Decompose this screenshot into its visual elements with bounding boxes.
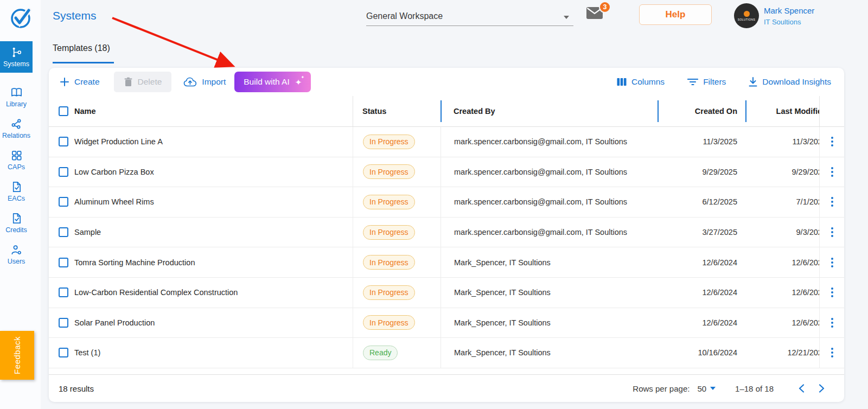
filters-button[interactable]: Filters	[687, 77, 726, 87]
row-checkbox[interactable]	[59, 287, 68, 297]
help-button[interactable]: Help	[639, 4, 712, 25]
column-divider	[353, 96, 353, 126]
page-title: Systems	[53, 9, 97, 22]
column-resize-divider[interactable]	[745, 100, 746, 122]
create-button[interactable]: Create	[60, 77, 100, 87]
row-created-by: mark.spencer.carbonsig@gmail.com, IT Sou…	[454, 168, 627, 176]
table-row[interactable]: Test (1) Ready Mark_Spencer, IT Soultion…	[49, 338, 844, 368]
column-header-name[interactable]: Name	[74, 107, 96, 116]
row-created-on: 6/12/2025	[702, 197, 737, 206]
sidebar-item-label: Library	[6, 100, 27, 108]
table-body: Widget Production Line A In Progress mar…	[49, 127, 844, 374]
row-checkbox[interactable]	[59, 167, 68, 177]
user-profile[interactable]: SOLUTIONS Mark Spencer IT Soultions	[734, 3, 814, 28]
next-page-button[interactable]	[815, 384, 828, 393]
table-row[interactable]: Aluminum Wheel Rims In Progress mark.spe…	[49, 187, 844, 218]
column-header-created-by[interactable]: Created By	[454, 107, 495, 116]
kebab-menu-icon	[831, 258, 833, 267]
status-badge: In Progress	[363, 285, 415, 300]
row-checkbox[interactable]	[59, 318, 68, 328]
user-org: IT Soultions	[764, 18, 814, 26]
column-header-created-on[interactable]: Created On	[695, 107, 737, 116]
build-with-ai-button[interactable]: Build with AI ✦✦	[234, 72, 311, 92]
table-row[interactable]: Widget Production Line A In Progress mar…	[49, 127, 844, 157]
filter-icon	[687, 78, 698, 86]
column-header-last-modified[interactable]: Last Modified	[745, 107, 819, 116]
row-actions-menu-button[interactable]	[819, 308, 844, 338]
grid-icon	[10, 149, 23, 162]
cloud-upload-icon	[183, 77, 197, 87]
molecule-icon	[10, 118, 23, 130]
templates-card: Create Delete Import Build with AI	[49, 68, 844, 402]
plus-icon	[60, 77, 69, 87]
sidebar-item-library[interactable]: Library	[0, 81, 33, 113]
row-checkbox[interactable]	[59, 137, 68, 146]
rows-per-page-select[interactable]: 50	[697, 384, 716, 393]
chevron-right-icon	[819, 384, 825, 393]
row-checkbox[interactable]	[59, 227, 68, 237]
row-actions-menu-button[interactable]	[819, 218, 844, 247]
table-row[interactable]: Low-Carbon Residential Complex Construct…	[49, 278, 844, 308]
help-label: Help	[666, 9, 686, 20]
row-actions-menu-button[interactable]	[819, 187, 844, 217]
kebab-menu-icon	[831, 227, 833, 237]
row-last-modified: 11/3/2025	[745, 137, 819, 146]
row-checkbox[interactable]	[59, 197, 68, 207]
row-actions-menu-button[interactable]	[819, 157, 844, 187]
row-name: Solar Panel Production	[74, 318, 155, 327]
book-icon	[10, 86, 23, 99]
feedback-tab[interactable]: Feedback	[0, 331, 34, 380]
columns-label: Columns	[631, 77, 665, 87]
row-actions-menu-button[interactable]	[819, 278, 844, 308]
table-toolbar: Create Delete Import Build with AI	[49, 68, 844, 96]
trash-icon	[124, 77, 133, 87]
sidebar-item-systems[interactable]: Systems	[0, 41, 33, 73]
kebab-menu-icon	[831, 167, 833, 177]
sidebar-item-relations[interactable]: Relations	[0, 113, 33, 144]
kebab-menu-icon	[831, 318, 833, 328]
kebab-menu-icon	[831, 197, 833, 207]
row-checkbox[interactable]	[59, 348, 68, 357]
previous-page-button[interactable]	[795, 384, 808, 393]
row-last-modified: 12/6/2024	[745, 318, 819, 327]
sparkles-icon: ✦✦	[295, 78, 302, 86]
rows-per-page-value: 50	[697, 384, 706, 393]
tab-templates[interactable]: Templates (18)	[53, 43, 110, 53]
row-created-on: 11/3/2025	[703, 137, 737, 146]
column-header-status[interactable]: Status	[362, 107, 386, 116]
row-actions-menu-button[interactable]	[819, 127, 844, 157]
sidebar-item-users[interactable]: Users	[0, 239, 33, 270]
columns-button[interactable]: Columns	[617, 77, 665, 87]
chevron-down-icon	[564, 11, 569, 21]
download-insights-button[interactable]: Download Insights	[749, 77, 831, 87]
app-logo-check-circle-icon	[7, 3, 35, 31]
select-all-checkbox[interactable]	[59, 106, 68, 116]
workspace-select[interactable]: General Workspace	[366, 7, 573, 26]
table-footer: 18 results Rows per page: 50 1–18 of 18	[49, 374, 844, 402]
row-created-on: 9/29/2025	[702, 168, 737, 176]
table-row[interactable]: Solar Panel Production In Progress Mark_…	[49, 308, 844, 338]
status-badge: Ready	[363, 346, 398, 360]
main-area: Systems General Workspace 3 Help SOLUTIO…	[41, 0, 868, 409]
row-actions-menu-button[interactable]	[819, 247, 844, 277]
mail-button[interactable]: 3	[586, 7, 605, 25]
row-checkbox[interactable]	[59, 258, 68, 267]
kebab-menu-icon	[831, 287, 833, 297]
delete-button[interactable]: Delete	[114, 72, 172, 92]
sidebar-item-caps[interactable]: CAPs	[0, 144, 33, 176]
column-resize-divider[interactable]	[441, 100, 442, 122]
row-actions-menu-button[interactable]	[819, 338, 844, 368]
row-name: Aluminum Wheel Rims	[74, 197, 154, 206]
column-resize-divider[interactable]	[658, 100, 659, 122]
sidebar-item-credits[interactable]: Credits	[0, 207, 33, 239]
import-button[interactable]: Import	[183, 77, 226, 87]
table-row[interactable]: Sample In Progress mark.spencer.carbonsi…	[49, 218, 844, 248]
sidebar-item-eacs[interactable]: EACs	[0, 176, 33, 207]
row-name: Low Carbon Pizza Box	[74, 168, 154, 176]
table-row[interactable]: Tomra Sorting Machine Production In Prog…	[49, 247, 844, 278]
table-row[interactable]: Low Carbon Pizza Box In Progress mark.sp…	[49, 157, 844, 188]
table-header-row: Name Status Created By Created On Last M…	[49, 96, 844, 127]
import-label: Import	[202, 77, 226, 87]
row-last-modified: 12/21/2024	[745, 348, 819, 357]
results-count: 18 results	[59, 384, 94, 393]
